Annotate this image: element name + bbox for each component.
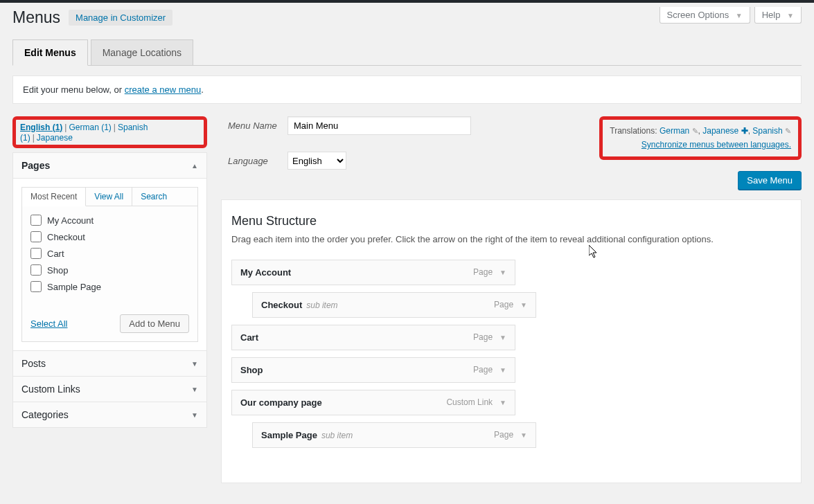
chevron-down-icon: ▼ <box>736 12 743 19</box>
menu-item-title: Our company page <box>240 397 322 408</box>
page-item-label: Shop <box>47 265 68 276</box>
add-to-menu-button[interactable]: Add to Menu <box>120 314 189 333</box>
chevron-down-icon[interactable]: ▼ <box>499 399 506 406</box>
page-checkbox[interactable] <box>30 215 42 226</box>
separator: | <box>30 133 37 143</box>
accordion-custom-links[interactable]: Custom Links ▼ <box>12 376 207 402</box>
menu-item-type: Custom Link <box>446 397 493 407</box>
header: Menus Manage in Customizer Screen Option… <box>0 3 814 27</box>
menu-structure-desc: Drag each item into the order you prefer… <box>231 234 791 244</box>
accordion-pages-header[interactable]: Pages ▲ <box>13 153 206 179</box>
pages-subtabs: Most Recent View All Search My AccountCh… <box>21 187 198 342</box>
chevron-down-icon: ▼ <box>787 12 794 19</box>
menu-item[interactable]: CartPage▼ <box>231 325 515 350</box>
menu-item-type: Page <box>473 365 493 375</box>
separator: | <box>112 123 118 132</box>
menu-item-title: Cart <box>240 332 258 343</box>
accordion-categories[interactable]: Categories ▼ <box>12 402 207 428</box>
page-item-label: Checkout <box>47 232 85 242</box>
menu-item[interactable]: ShopPage▼ <box>231 357 515 383</box>
page-item-label: Sample Page <box>47 282 101 292</box>
translation-link[interactable]: German <box>660 126 692 136</box>
menu-item-title: Shop <box>240 365 263 375</box>
tab-edit-menus[interactable]: Edit Menus <box>12 39 88 66</box>
language-select[interactable]: English <box>287 152 346 170</box>
menu-item-title: My Account <box>240 267 291 278</box>
translations-prefix: Translations: <box>610 126 660 136</box>
tab-manage-locations[interactable]: Manage Locations <box>91 39 193 65</box>
chevron-down-icon[interactable]: ▼ <box>520 431 527 439</box>
accordion-custom-links-title: Custom Links <box>21 384 80 395</box>
menu-structure-title: Menu Structure <box>231 214 791 228</box>
page-checkbox[interactable] <box>30 231 42 242</box>
page-item[interactable]: Sample Page <box>30 281 189 292</box>
subtab-search[interactable]: Search <box>132 188 175 206</box>
menu-item[interactable]: My AccountPage▼ <box>231 260 515 285</box>
translation-link[interactable]: Japanese <box>702 126 741 136</box>
chevron-down-icon: ▼ <box>191 411 198 419</box>
notice-text: Edit your menu below, or <box>23 84 125 95</box>
menu-item-type: Page <box>473 332 493 342</box>
chevron-down-icon[interactable]: ▼ <box>499 366 506 374</box>
customizer-button[interactable]: Manage in Customizer <box>69 10 172 26</box>
language-link[interactable]: Japanese <box>37 133 73 143</box>
chevron-up-icon: ▲ <box>191 162 198 170</box>
page-item-label: My Account <box>47 215 94 226</box>
language-label: Language <box>228 156 278 166</box>
page-item[interactable]: Checkout <box>30 231 189 242</box>
menu-name-label: Menu Name <box>228 120 278 131</box>
sub-item-label: sub item <box>306 300 337 310</box>
accordion-pages-title: Pages <box>21 160 50 171</box>
select-all-link[interactable]: Select All <box>30 318 67 329</box>
menu-item-type: Page <box>494 300 513 309</box>
menu-item-title: Checkoutsub item <box>261 300 338 310</box>
menu-item-type: Page <box>494 430 513 440</box>
chevron-down-icon[interactable]: ▼ <box>499 269 506 276</box>
translations-box: Translations: German ✎, Japanese ✚, Span… <box>599 116 802 160</box>
sub-item-label: sub item <box>321 431 353 440</box>
chevron-down-icon[interactable]: ▼ <box>520 301 527 309</box>
menu-item[interactable]: Checkoutsub itemPage▼ <box>252 292 536 318</box>
help-button[interactable]: Help ▼ <box>754 7 802 24</box>
synchronize-menus-link[interactable]: Synchronize menus between languages. <box>610 138 791 152</box>
menu-structure-panel: Menu Structure Drag each item into the o… <box>221 199 802 483</box>
help-label: Help <box>762 10 781 20</box>
notice-bar: Edit your menu below, or create a new me… <box>12 75 802 104</box>
subtab-most-recent[interactable]: Most Recent <box>22 188 86 206</box>
plus-icon[interactable]: ✚ <box>741 126 748 136</box>
language-switcher: English (1)|German (1)|Spanish (1)|Japan… <box>12 116 207 148</box>
accordion-pages: Pages ▲ Most Recent View All Search My A… <box>12 152 207 351</box>
menu-item[interactable]: Our company pageCustom Link▼ <box>231 390 515 415</box>
nav-tabs: Edit Menus Manage Locations <box>0 27 814 66</box>
page-checkbox[interactable] <box>30 264 42 276</box>
language-link[interactable]: English (1) <box>20 123 62 132</box>
page-item[interactable]: My Account <box>30 215 189 226</box>
screen-options-label: Screen Options <box>667 10 729 20</box>
page-item-label: Cart <box>47 249 64 259</box>
menu-item-type: Page <box>473 267 493 277</box>
pencil-icon[interactable]: ✎ <box>785 127 791 135</box>
accordion-categories-title: Categories <box>21 409 69 420</box>
menu-name-input[interactable] <box>287 116 471 135</box>
page-item[interactable]: Shop <box>30 264 189 276</box>
language-link[interactable]: German (1) <box>69 123 111 132</box>
screen-options-button[interactable]: Screen Options ▼ <box>660 7 750 24</box>
translation-link[interactable]: Spanish <box>752 126 785 136</box>
chevron-down-icon: ▼ <box>191 360 198 368</box>
menu-item[interactable]: Sample Pagesub itemPage▼ <box>252 422 536 448</box>
page-checkbox[interactable] <box>30 281 42 292</box>
save-menu-button[interactable]: Save Menu <box>738 171 802 190</box>
chevron-down-icon[interactable]: ▼ <box>499 334 506 341</box>
page-checkbox[interactable] <box>30 248 42 259</box>
menu-item-title: Sample Pagesub item <box>261 430 353 440</box>
page-title: Menus <box>12 8 60 27</box>
accordion-posts-title: Posts <box>21 358 46 369</box>
chevron-down-icon: ▼ <box>191 386 198 393</box>
pencil-icon[interactable]: ✎ <box>692 127 698 135</box>
create-new-menu-link[interactable]: create a new menu <box>125 84 202 95</box>
notice-suffix: . <box>201 84 204 95</box>
subtab-view-all[interactable]: View All <box>86 188 132 206</box>
accordion-posts[interactable]: Posts ▼ <box>12 350 207 377</box>
page-item[interactable]: Cart <box>30 248 189 259</box>
